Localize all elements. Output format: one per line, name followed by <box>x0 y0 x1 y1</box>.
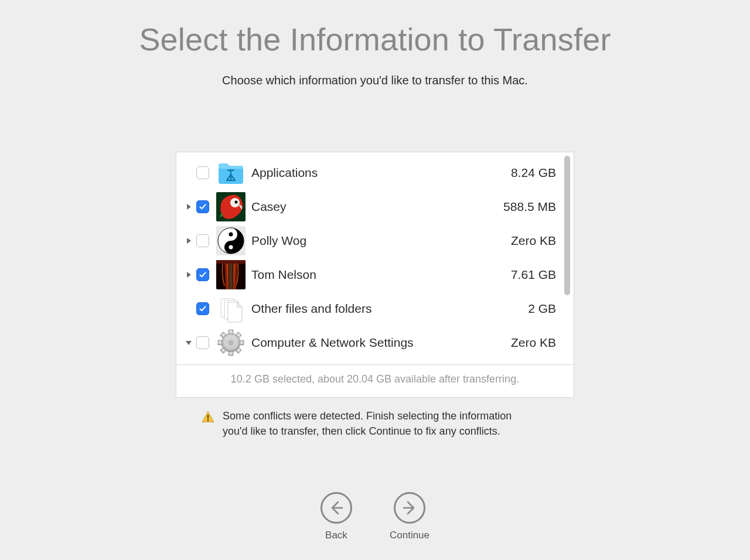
item-label: Casey <box>251 200 503 214</box>
item-label: Tom Nelson <box>251 268 511 282</box>
arrow-right-icon <box>394 492 425 524</box>
user-avatar-icon <box>216 192 246 221</box>
disclosure-toggle-icon[interactable] <box>183 238 194 244</box>
svg-rect-12 <box>216 260 246 264</box>
gear-icon <box>216 328 246 357</box>
checkbox[interactable] <box>196 268 209 281</box>
user-avatar-icon <box>216 260 246 289</box>
item-label: Computer & Network Settings <box>251 336 511 350</box>
svg-point-22 <box>228 340 234 346</box>
checkbox[interactable] <box>196 200 209 213</box>
svg-point-9 <box>229 245 233 250</box>
svg-marker-1 <box>187 204 191 210</box>
item-label: Applications <box>251 166 511 180</box>
selection-summary: 10.2 GB selected, about 20.04 GB availab… <box>176 364 574 397</box>
svg-point-8 <box>229 233 233 237</box>
item-label: Polly Wog <box>251 234 511 248</box>
transfer-list-panel: Applications 8.24 GB Casey <box>176 152 574 398</box>
folder-applications-icon <box>216 158 246 187</box>
disclosure-toggle-icon[interactable] <box>183 272 194 278</box>
svg-rect-0 <box>227 170 234 171</box>
warning-icon <box>202 411 214 424</box>
checkbox[interactable] <box>196 166 209 179</box>
checkbox[interactable] <box>196 302 209 315</box>
continue-label: Continue <box>390 530 429 541</box>
scrollbar[interactable] <box>564 156 570 295</box>
svg-marker-10 <box>187 272 191 278</box>
list-item[interactable]: Computer & Network Settings Zero KB <box>176 326 574 360</box>
svg-point-24 <box>207 419 209 421</box>
list-item[interactable]: Casey 588.5 MB <box>176 190 574 224</box>
list-item[interactable]: Other files and folders 2 GB <box>176 292 574 326</box>
item-label: Other files and folders <box>251 302 528 316</box>
checkbox[interactable] <box>196 336 209 349</box>
transfer-list: Applications 8.24 GB Casey <box>176 152 574 364</box>
back-button[interactable]: Back <box>321 492 352 541</box>
user-avatar-icon <box>216 226 246 255</box>
disclosure-toggle-icon[interactable] <box>183 204 194 210</box>
documents-icon <box>216 294 246 323</box>
page-title: Select the Information to Transfer <box>0 0 750 57</box>
item-size: Zero KB <box>511 336 574 350</box>
list-item[interactable]: Polly Wog Zero KB <box>176 224 574 258</box>
conflict-notice: Some conflicts were detected. Finish sel… <box>176 408 574 439</box>
checkbox[interactable] <box>196 234 209 247</box>
disclosure-toggle-icon[interactable] <box>183 340 194 346</box>
continue-button[interactable]: Continue <box>390 492 429 541</box>
svg-point-4 <box>235 201 238 204</box>
list-item[interactable]: Applications 8.24 GB <box>176 156 574 190</box>
item-size: 588.5 MB <box>503 200 574 214</box>
back-label: Back <box>325 530 347 541</box>
svg-rect-23 <box>207 415 209 419</box>
item-size: 2 GB <box>528 302 574 316</box>
page-subtitle: Choose which information you'd like to t… <box>0 74 750 87</box>
conflict-text: Some conflicts were detected. Finish sel… <box>223 408 533 439</box>
svg-marker-19 <box>186 341 192 345</box>
arrow-left-icon <box>321 492 352 524</box>
list-item[interactable]: Tom Nelson 7.61 GB <box>176 258 574 292</box>
footer-nav: Back Continue <box>0 492 750 541</box>
svg-marker-5 <box>187 238 191 244</box>
